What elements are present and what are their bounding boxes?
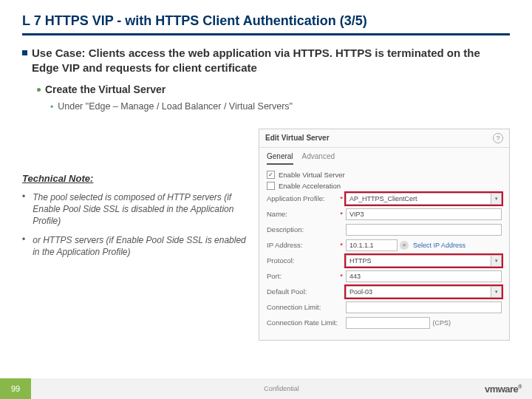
description-input[interactable] xyxy=(346,224,502,236)
enable-vs-label: Enable Virtual Server xyxy=(279,171,345,179)
required-marker: * xyxy=(339,241,344,249)
confidential-label: Confidential xyxy=(264,385,299,392)
slide-title: L 7 HTTPS VIP - with HTTPS Client Authen… xyxy=(22,13,510,33)
note-bullet: • xyxy=(22,191,25,228)
sub2-text: Under "Edge – Manage / Load Balancer / V… xyxy=(58,101,293,112)
note-bullet: • xyxy=(22,234,25,258)
title-underline xyxy=(22,33,510,35)
required-marker: * xyxy=(339,194,344,202)
bullet-dot xyxy=(37,88,41,92)
port-label: Port: xyxy=(267,272,339,280)
protocol-value: HTTPS xyxy=(349,257,372,265)
ip-address-input[interactable]: 10.1.1.1 xyxy=(346,239,398,251)
conn-limit-label: Connection Limit: xyxy=(267,303,339,311)
enable-accel-label: Enable Acceleration xyxy=(279,182,341,190)
vmware-logo: vmware® xyxy=(485,383,522,395)
protocol-label: Protocol: xyxy=(267,256,339,265)
name-label: Name: xyxy=(267,210,339,218)
conn-limit-input[interactable] xyxy=(346,301,502,313)
help-icon[interactable]: ? xyxy=(493,133,503,143)
technical-note-heading: Technical Note: xyxy=(22,173,251,184)
port-value: 443 xyxy=(349,273,361,280)
default-pool-value: Pool-03 xyxy=(349,288,372,296)
protocol-dropdown[interactable]: HTTPS ▾ xyxy=(346,255,502,267)
edit-virtual-server-dialog: Edit Virtual Server ? General Advanced ✓… xyxy=(259,129,510,341)
tab-general[interactable]: General xyxy=(267,152,293,165)
ip-address-label: IP Address: xyxy=(267,241,339,249)
cps-suffix: (CPS) xyxy=(433,319,451,327)
page-number: 99 xyxy=(0,378,31,399)
port-input[interactable]: 443 xyxy=(346,270,502,282)
bullet-square xyxy=(22,50,27,55)
app-profile-value: AP_HTTPS_ClientCert xyxy=(349,195,417,202)
app-profile-label: Application Profile: xyxy=(267,194,339,202)
required-marker: * xyxy=(339,210,344,218)
select-ip-link[interactable]: Select IP Address xyxy=(413,242,466,249)
required-marker: * xyxy=(339,272,344,280)
chevron-down-icon[interactable]: ▾ xyxy=(491,194,501,204)
usecase-text: Use Case: Clients access the web applica… xyxy=(32,46,510,76)
note-2: or HTTPS servers (if Enable Pool Side SS… xyxy=(33,234,251,258)
slide-footer: 99 Confidential vmware® xyxy=(0,378,532,399)
enable-virtual-server-checkbox[interactable]: ✓ xyxy=(267,171,275,179)
chevron-down-icon[interactable]: ▾ xyxy=(491,256,501,266)
conn-rate-label: Connection Rate Limit: xyxy=(267,318,339,327)
default-pool-label: Default Pool: xyxy=(267,287,339,296)
clear-icon[interactable]: × xyxy=(400,241,409,250)
app-profile-dropdown[interactable]: AP_HTTPS_ClientCert ▾ xyxy=(346,193,502,205)
description-label: Description: xyxy=(267,225,339,233)
bullet-small: • xyxy=(50,102,53,112)
name-input[interactable]: VIP3 xyxy=(346,208,502,220)
note-1: The pool selected is composed of HTTP se… xyxy=(33,191,251,228)
dialog-title: Edit Virtual Server xyxy=(265,134,330,142)
name-value: VIP3 xyxy=(349,211,364,218)
default-pool-dropdown[interactable]: Pool-03 ▾ xyxy=(346,286,502,298)
tab-advanced[interactable]: Advanced xyxy=(302,152,335,165)
sub1-text: Create the Virtual Server xyxy=(45,83,166,95)
chevron-down-icon[interactable]: ▾ xyxy=(491,287,501,297)
enable-acceleration-checkbox[interactable] xyxy=(267,182,275,190)
ip-address-value: 10.1.1.1 xyxy=(349,242,374,249)
conn-rate-input[interactable] xyxy=(346,317,430,329)
